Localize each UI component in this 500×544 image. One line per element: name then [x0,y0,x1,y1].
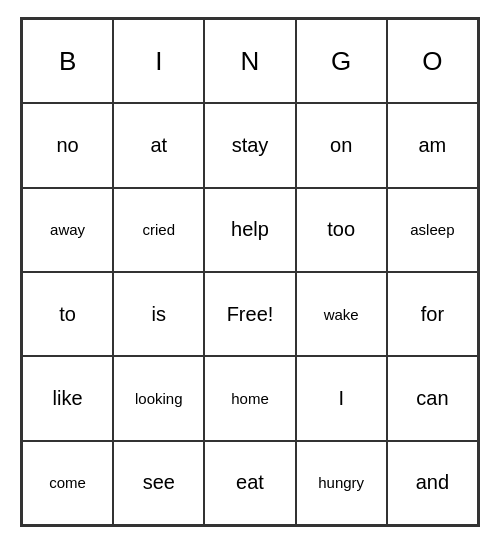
cell-0-3: on [296,103,387,187]
cell-4-1: see [113,441,204,525]
cell-3-2: home [204,356,295,440]
cell-2-0: to [22,272,113,356]
cell-1-4: asleep [387,188,478,272]
cell-4-3: hungry [296,441,387,525]
cell-1-1: cried [113,188,204,272]
cell-0-4: am [387,103,478,187]
cell-4-4: and [387,441,478,525]
cell-2-3: wake [296,272,387,356]
header-i: I [113,19,204,103]
cell-2-2: Free! [204,272,295,356]
cell-4-2: eat [204,441,295,525]
cell-3-0: like [22,356,113,440]
header-b: B [22,19,113,103]
cell-0-2: stay [204,103,295,187]
cell-1-0: away [22,188,113,272]
header-g: G [296,19,387,103]
cell-2-4: for [387,272,478,356]
bingo-card: B I N G O no at stay on am away cried he… [20,17,480,527]
cell-3-1: looking [113,356,204,440]
cell-3-4: can [387,356,478,440]
cell-1-2: help [204,188,295,272]
cell-2-1: is [113,272,204,356]
cell-1-3: too [296,188,387,272]
cell-4-0: come [22,441,113,525]
cell-0-0: no [22,103,113,187]
cell-3-3: I [296,356,387,440]
cell-0-1: at [113,103,204,187]
header-n: N [204,19,295,103]
header-o: O [387,19,478,103]
